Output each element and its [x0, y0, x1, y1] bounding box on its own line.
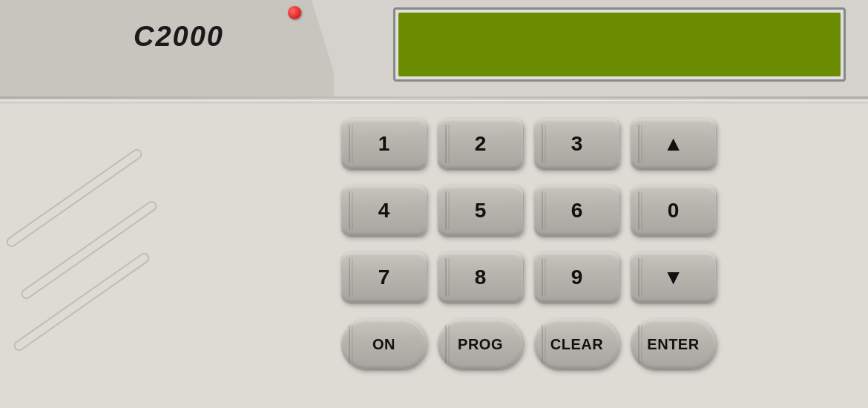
key-enter-button[interactable]: ENTER — [631, 319, 716, 369]
key-1-button[interactable]: 1 — [341, 119, 427, 169]
key-on-button[interactable]: ON — [341, 319, 427, 369]
key-6-button[interactable]: 6 — [534, 185, 619, 236]
deco-line-2 — [19, 199, 159, 301]
deco-line-3 — [12, 251, 151, 353]
lcd-display — [393, 7, 846, 82]
indicator-dot — [288, 6, 301, 19]
device-panel: C2000 123▲4560789▼ONPROGCLEARENTER — [0, 0, 868, 408]
key-9-button[interactable]: 9 — [534, 252, 619, 303]
key-8-button[interactable]: 8 — [438, 252, 523, 303]
key-prog-button[interactable]: PROG — [438, 319, 523, 369]
keypad: 123▲4560789▼ONPROGCLEARENTER — [341, 119, 720, 378]
key-3-button[interactable]: 3 — [534, 119, 619, 169]
key-up-button[interactable]: ▲ — [631, 119, 716, 169]
key-clear-button[interactable]: CLEAR — [534, 319, 619, 369]
lcd-screen — [398, 13, 841, 76]
key-0-button[interactable]: 0 — [631, 185, 716, 236]
key-4-button[interactable]: 4 — [341, 185, 427, 236]
separator — [0, 96, 868, 99]
key-2-button[interactable]: 2 — [438, 119, 523, 169]
key-5-button[interactable]: 5 — [438, 185, 523, 236]
top-section: C2000 — [0, 0, 868, 104]
decorative-lines — [15, 148, 163, 386]
key-down-button[interactable]: ▼ — [631, 252, 716, 303]
brand-label: C2000 — [134, 21, 224, 53]
key-7-button[interactable]: 7 — [341, 252, 427, 303]
separator2 — [0, 100, 868, 101]
deco-line-1 — [4, 147, 144, 249]
